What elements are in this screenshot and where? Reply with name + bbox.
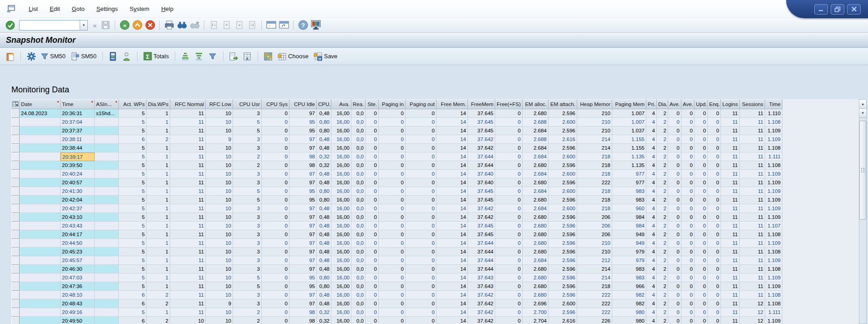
cell-em_attach[interactable]: 2.600: [548, 152, 577, 161]
cell-em_attach[interactable]: 2.596: [548, 230, 577, 239]
cell-ave1[interactable]: 0: [668, 291, 681, 299]
cell-paging_in[interactable]: 0: [379, 135, 406, 144]
cell-ava[interactable]: 16,00: [331, 109, 351, 118]
cell-dia[interactable]: 2: [657, 170, 668, 178]
cell-cpu[interactable]: 0,32: [317, 161, 331, 170]
row-selector[interactable]: [11, 178, 20, 187]
cell-em_alloc[interactable]: 2.684: [523, 152, 548, 161]
cell-logins[interactable]: 11: [721, 230, 740, 239]
cell-time2[interactable]: 1.108: [765, 291, 782, 299]
cell-time[interactable]: 20:37:04: [61, 118, 95, 127]
cell-dia[interactable]: 2: [657, 127, 668, 135]
cell-act_wps[interactable]: 5: [119, 213, 147, 222]
cell-cpu_usr[interactable]: 5: [233, 273, 262, 282]
cell-time2[interactable]: 1.111: [765, 152, 782, 161]
column-header-pri[interactable]: Pri.: [646, 99, 657, 109]
cell-date[interactable]: [20, 118, 61, 127]
cell-rea[interactable]: 0,0: [351, 196, 365, 204]
cell-rea[interactable]: 0,0: [351, 317, 365, 324]
cell-ave2[interactable]: 0: [681, 161, 695, 170]
cell-logins[interactable]: 11: [721, 282, 740, 291]
cell-act_wps[interactable]: 5: [119, 222, 147, 230]
next-page-button[interactable]: [233, 20, 245, 31]
cell-time2[interactable]: 1.109: [765, 170, 782, 178]
cell-paging_mem[interactable]: 980: [612, 308, 646, 317]
cell-rfc_normal[interactable]: 11: [170, 273, 206, 282]
cell-time[interactable]: 20:47:36: [61, 282, 95, 291]
cell-enq[interactable]: 0: [708, 291, 721, 299]
cell-paging_mem[interactable]: 949: [612, 239, 646, 248]
cell-cpu_idle[interactable]: 95: [289, 273, 317, 282]
cell-sessions[interactable]: 11: [740, 118, 765, 127]
cell-freemem[interactable]: 37.642: [468, 317, 495, 324]
cell-em_attach[interactable]: 2.596: [548, 248, 577, 256]
cell-em_attach[interactable]: 2.600: [548, 170, 577, 178]
cell-cpu[interactable]: 0,48: [317, 109, 331, 118]
cell-free_mem[interactable]: 14: [437, 204, 468, 213]
cell-ave2[interactable]: 0: [681, 256, 695, 265]
cell-ava[interactable]: 16,00: [331, 213, 351, 222]
cell-ave1[interactable]: 0: [668, 230, 681, 239]
cell-paging_in[interactable]: 0: [379, 230, 406, 239]
cell-rfc_low[interactable]: 10: [206, 222, 233, 230]
cell-enq[interactable]: 0: [708, 273, 721, 282]
cell-paging_in[interactable]: 0: [379, 273, 406, 282]
cell-time2[interactable]: 1.109: [765, 178, 782, 187]
cell-upd[interactable]: 0: [695, 144, 708, 152]
cell-logins[interactable]: 11: [721, 239, 740, 248]
cell-pri[interactable]: 4: [646, 230, 657, 239]
cell-paging_out[interactable]: 0: [406, 239, 437, 248]
cell-ave2[interactable]: 0: [681, 291, 695, 299]
cell-em_attach[interactable]: 2.596: [548, 127, 577, 135]
cell-time2[interactable]: 1.109: [765, 273, 782, 282]
cell-paging_mem[interactable]: 983: [612, 265, 646, 273]
cell-sessions[interactable]: 11: [740, 187, 765, 196]
cell-rfc_normal[interactable]: 11: [170, 265, 206, 273]
cell-enq[interactable]: 0: [708, 196, 721, 204]
cell-paging_mem[interactable]: 982: [612, 291, 646, 299]
cell-freemem[interactable]: 37.645: [468, 118, 495, 127]
cell-paging_mem[interactable]: 984: [612, 222, 646, 230]
cell-act_wps[interactable]: 5: [119, 204, 147, 213]
cell-ave1[interactable]: 0: [668, 239, 681, 248]
cell-upd[interactable]: 0: [695, 273, 708, 282]
cell-ave1[interactable]: 0: [668, 109, 681, 118]
cell-as_instance[interactable]: [95, 196, 119, 204]
row-selector[interactable]: [11, 239, 20, 248]
cell-rea[interactable]: 0,0: [351, 265, 365, 273]
cell-heap_memory[interactable]: 212: [577, 256, 612, 265]
cell-time2[interactable]: 1.108: [765, 118, 782, 127]
column-header-logins[interactable]: Logins: [721, 99, 740, 109]
cell-time[interactable]: 20:49:16: [61, 308, 95, 317]
cell-freemem[interactable]: 37.644: [468, 256, 495, 265]
cell-time[interactable]: 20:45:23: [61, 248, 95, 256]
sm50-filter-button[interactable]: SM50: [39, 51, 67, 61]
cell-logins[interactable]: 11: [721, 187, 740, 196]
cell-paging_out[interactable]: 0: [406, 152, 437, 161]
cell-rfc_normal[interactable]: 11: [170, 239, 206, 248]
cell-paging_mem[interactable]: 1.135: [612, 152, 646, 161]
cell-paging_out[interactable]: 0: [406, 109, 437, 118]
create-shortcut-button[interactable]: [278, 20, 289, 31]
cell-free_fs[interactable]: 0: [495, 170, 523, 178]
cell-paging_mem[interactable]: 949: [612, 230, 646, 239]
cell-as_instance[interactable]: [95, 127, 119, 135]
cell-upd[interactable]: 0: [695, 222, 708, 230]
cell-paging_out[interactable]: 0: [406, 317, 437, 324]
cell-as_instance[interactable]: [95, 204, 119, 213]
cell-paging_in[interactable]: 0: [379, 127, 406, 135]
cell-heap_memory[interactable]: 222: [577, 299, 612, 308]
cell-rfc_normal[interactable]: 11: [170, 196, 206, 204]
cell-enq[interactable]: 0: [708, 213, 721, 222]
cell-ave2[interactable]: 0: [681, 273, 695, 282]
cell-em_alloc[interactable]: 2.688: [523, 118, 548, 127]
cell-em_alloc[interactable]: 2.680: [523, 248, 548, 256]
cell-as_instance[interactable]: [95, 213, 119, 222]
export-button[interactable]: [228, 51, 239, 62]
cell-rfc_low[interactable]: 10: [206, 196, 233, 204]
row-selector[interactable]: [11, 213, 20, 222]
instance-button[interactable]: [107, 51, 119, 62]
cell-cpu[interactable]: 0,80: [317, 187, 331, 196]
cell-pri[interactable]: 4: [646, 299, 657, 308]
cell-cpu_usr[interactable]: 3: [233, 299, 262, 308]
